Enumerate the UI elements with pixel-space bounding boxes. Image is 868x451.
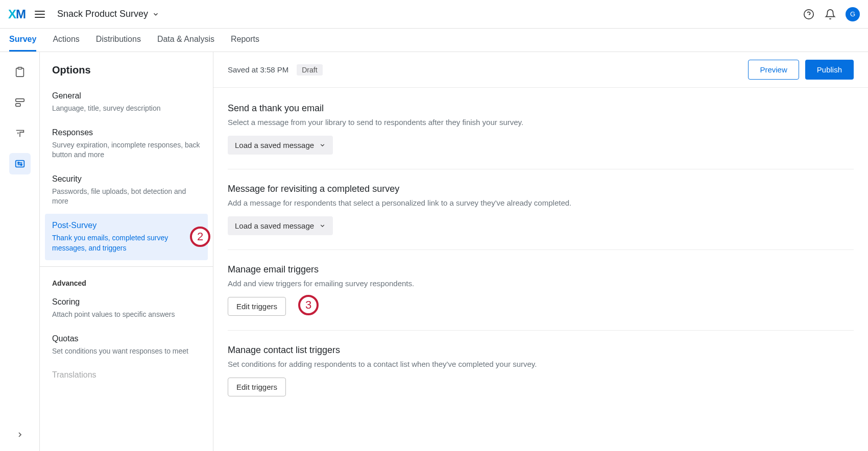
header-right: G — [803, 7, 860, 21]
rail-options-icon[interactable] — [9, 153, 31, 174]
section-title: Manage email triggers — [228, 264, 854, 275]
option-name: Scoring — [52, 297, 201, 307]
edit-triggers-button[interactable]: Edit triggers — [228, 378, 286, 396]
option-desc: Thank you emails, completed survey messa… — [52, 233, 201, 253]
icon-rail — [0, 52, 40, 451]
section-title: Message for revisiting a completed surve… — [228, 184, 854, 194]
rail-builder-icon[interactable] — [9, 61, 31, 83]
preview-button[interactable]: Preview — [748, 60, 799, 80]
load-message-button[interactable]: Load a saved message — [228, 136, 333, 155]
content-area: Saved at 3:58 PM Draft Preview Publish S… — [213, 52, 868, 451]
option-security[interactable]: Security Passwords, file uploads, bot de… — [40, 167, 213, 214]
option-name: Responses — [52, 128, 201, 137]
annotation-3: 3 — [298, 295, 319, 315]
option-desc: Language, title, survey description — [52, 104, 201, 114]
option-general[interactable]: General Language, title, survey descript… — [40, 84, 213, 121]
rail-look-icon[interactable] — [9, 122, 31, 144]
top-header: XM Snack Product Survey G — [0, 0, 868, 29]
option-name: General — [52, 91, 201, 101]
option-desc: Attach point values to specific answers — [52, 310, 201, 320]
tab-reports[interactable]: Reports — [231, 29, 259, 52]
notifications-icon[interactable] — [824, 8, 836, 20]
section-thank-you: Send a thank you email Select a message … — [228, 103, 854, 169]
survey-title-text: Snack Product Survey — [57, 9, 148, 19]
menu-icon[interactable] — [32, 8, 48, 21]
option-name: Post-Survey — [52, 221, 201, 230]
help-icon[interactable] — [803, 8, 815, 20]
svg-rect-4 — [15, 104, 20, 107]
option-desc: Survey expiration, incomplete responses,… — [52, 140, 201, 160]
option-scoring[interactable]: Scoring Attach point values to specific … — [40, 290, 213, 327]
options-sidebar: Options General Language, title, survey … — [40, 52, 213, 451]
tab-actions[interactable]: Actions — [53, 29, 79, 52]
tab-distributions[interactable]: Distributions — [96, 29, 141, 52]
rail-expand-icon[interactable] — [16, 431, 24, 441]
section-desc: Add a message for respondents that selec… — [228, 198, 854, 207]
content-body: Send a thank you email Select a message … — [213, 88, 868, 451]
option-responses[interactable]: Responses Survey expiration, incomplete … — [40, 121, 213, 167]
svg-point-0 — [804, 9, 813, 18]
chevron-down-icon — [152, 11, 159, 18]
load-message-button[interactable]: Load a saved message — [228, 216, 333, 235]
section-desc: Select a message from your library to se… — [228, 118, 854, 127]
svg-rect-3 — [15, 99, 24, 102]
content-header: Saved at 3:58 PM Draft Preview Publish — [213, 52, 868, 88]
svg-rect-2 — [18, 67, 21, 69]
option-desc: Passwords, file uploads, bot detection a… — [52, 187, 201, 207]
section-revisit: Message for revisiting a completed surve… — [228, 184, 854, 250]
content-header-right: Preview Publish — [748, 60, 854, 80]
logo-x: X — [8, 7, 16, 21]
publish-button[interactable]: Publish — [805, 60, 854, 80]
option-translations[interactable]: Translations — [40, 363, 213, 390]
tabs-row: Survey Actions Distributions Data & Anal… — [0, 29, 868, 52]
sidebar-divider — [40, 266, 213, 267]
chevron-down-icon — [319, 222, 326, 229]
section-title: Send a thank you email — [228, 103, 854, 114]
section-desc: Add and view triggers for emailing surve… — [228, 279, 854, 288]
avatar[interactable]: G — [846, 7, 860, 21]
option-quotas[interactable]: Quotas Set conditions you want responses… — [40, 327, 213, 364]
rail-flow-icon[interactable] — [9, 92, 31, 113]
main-layout: Options General Language, title, survey … — [0, 52, 868, 451]
option-name: Translations — [52, 370, 201, 380]
options-title: Options — [40, 52, 213, 84]
option-desc: Set conditions you want responses to mee… — [52, 346, 201, 357]
chevron-down-icon — [319, 142, 326, 148]
option-name: Quotas — [52, 334, 201, 343]
logo[interactable]: XM — [8, 7, 26, 21]
svg-rect-5 — [15, 161, 24, 167]
edit-triggers-button[interactable]: Edit triggers — [228, 297, 286, 316]
logo-m: M — [16, 7, 26, 21]
option-post-survey[interactable]: Post-Survey Thank you emails, completed … — [45, 214, 208, 260]
tab-survey[interactable]: Survey — [9, 29, 36, 52]
section-desc: Set conditions for adding respondents to… — [228, 360, 854, 368]
saved-text: Saved at 3:58 PM — [228, 65, 288, 74]
draft-badge: Draft — [297, 64, 322, 76]
svg-point-7 — [17, 162, 19, 164]
tab-data-analysis[interactable]: Data & Analysis — [157, 29, 214, 52]
option-name: Security — [52, 174, 201, 184]
svg-point-9 — [20, 164, 22, 165]
section-title: Manage contact list triggers — [228, 345, 854, 356]
section-contact-triggers: Manage contact list triggers Set conditi… — [228, 345, 854, 411]
advanced-label: Advanced — [40, 273, 213, 290]
survey-title-dropdown[interactable]: Snack Product Survey — [57, 9, 159, 19]
section-email-triggers: Manage email triggers Add and view trigg… — [228, 264, 854, 331]
